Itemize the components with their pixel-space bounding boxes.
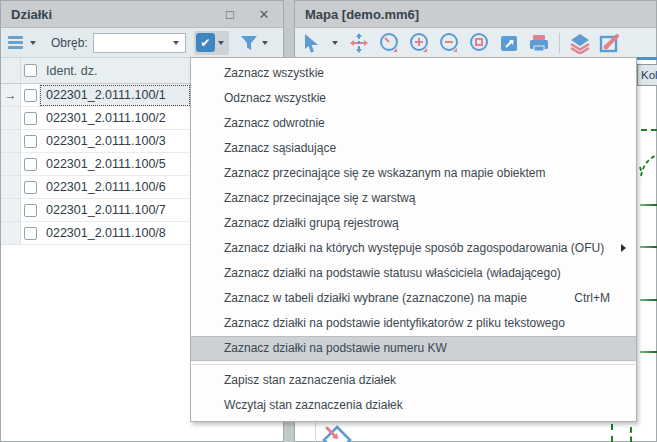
menu-item[interactable]: Zaznacz przecinające się z warstwą [191, 186, 636, 211]
menu-item[interactable]: Zaznacz przecinające się ze wskazanym na… [191, 161, 636, 186]
ident-column-header[interactable]: Ident. dz. [39, 58, 191, 84]
hamburger-dropdown-caret[interactable] [30, 41, 36, 45]
select-all-checkbox[interactable] [24, 64, 37, 77]
map-green-line [640, 204, 657, 206]
obreb-combobox[interactable] [93, 33, 186, 53]
row-checkbox-cell [21, 130, 39, 153]
row-selector-cell[interactable] [1, 176, 21, 199]
edit-icon[interactable] [598, 31, 622, 55]
parcel-id-cell[interactable]: 022301_2.0111.100/5 [39, 153, 191, 176]
close-panel-button[interactable]: ✕ [255, 5, 273, 23]
select-dropdown-caret[interactable] [218, 41, 224, 45]
menu-item[interactable]: Zaznacz działki na podstawie identyfikat… [191, 311, 636, 336]
parcels-toolbar: Obręb: ✔ [1, 28, 283, 58]
parcel-id-cell[interactable]: 022301_2.0111.100/1 [39, 84, 191, 107]
row-selector-cell[interactable] [1, 107, 21, 130]
select-tool-buttongroup: ✔ [194, 31, 229, 55]
row-checkbox[interactable] [24, 89, 37, 102]
zoom-circle-icon[interactable] [377, 31, 401, 55]
map-dashed-curve [638, 150, 657, 178]
select-checkmark-button[interactable]: ✔ [196, 33, 215, 52]
row-checkbox[interactable] [24, 158, 37, 171]
row-selector-header [1, 58, 21, 84]
zoom-in-icon[interactable] [407, 31, 431, 55]
map-green-line [640, 246, 657, 248]
row-checkbox-cell [21, 199, 39, 222]
row-selector-cell[interactable] [1, 130, 21, 153]
parcel-id-cell[interactable]: 022301_2.0111.100/3 [39, 130, 191, 153]
map-side-toolbar-separator [315, 423, 316, 442]
obreb-label: Obręb: [51, 36, 88, 50]
map-side-tool-icon[interactable] [320, 424, 354, 442]
menu-item[interactable]: Zaznacz działki na podstawie statusu wła… [191, 261, 636, 286]
select-cursor-icon[interactable] [299, 31, 323, 55]
select-all-cell [21, 58, 39, 84]
menu-item[interactable]: Zaznacz odwrotnie [191, 111, 636, 136]
menu-hamburger-icon[interactable] [8, 36, 23, 49]
toolbar-separator [559, 33, 560, 53]
menu-item[interactable]: Odznacz wszystkie [191, 86, 636, 111]
row-checkbox-cell [21, 222, 39, 245]
row-checkbox[interactable] [24, 227, 37, 240]
zoom-window-icon[interactable] [467, 31, 491, 55]
menu-item[interactable]: Zaznacz wszystkie [191, 61, 636, 86]
menu-item[interactable]: Zaznacz działki grupą rejestrową [191, 211, 636, 236]
row-checkbox[interactable] [24, 181, 37, 194]
menu-item[interactable]: Zaznacz w tabeli działki wybrane (zaznac… [191, 286, 636, 311]
row-checkbox-cell [21, 176, 39, 199]
row-checkbox-cell [21, 84, 39, 107]
menu-item[interactable]: Zaznacz sąsiadujące [191, 136, 636, 161]
print-icon[interactable] [527, 31, 551, 55]
map-green-line [640, 299, 657, 301]
menu-item-shortcut: Ctrl+M [574, 286, 610, 311]
application-window: Działki □ ✕ Obręb: ✔ [0, 0, 657, 442]
row-checkbox-cell [21, 153, 39, 176]
filter-dropdown-caret[interactable] [262, 41, 268, 45]
row-checkbox[interactable] [24, 135, 37, 148]
parcel-id-cell[interactable]: 022301_2.0111.100/2 [39, 107, 191, 130]
submenu-arrow-icon [621, 244, 626, 252]
parcel-id-cell[interactable]: 022301_2.0111.100/6 [39, 176, 191, 199]
parcel-selection-context-menu: Zaznacz wszystkieOdznacz wszystkieZaznac… [190, 57, 637, 422]
filter-funnel-icon[interactable] [239, 34, 259, 52]
pan-icon[interactable] [347, 31, 371, 55]
cursor-dropdown-caret[interactable] [332, 41, 338, 45]
map-dashed-line [641, 129, 657, 131]
map-toolbar [295, 28, 656, 59]
row-checkbox[interactable] [24, 204, 37, 217]
current-row-marker[interactable]: → [1, 84, 21, 107]
legend-column-header: Kole [637, 64, 657, 86]
zoom-out-icon[interactable] [437, 31, 461, 55]
float-window-button[interactable]: □ [221, 5, 239, 23]
map-dashed-vline [611, 424, 613, 442]
parcel-id-cell[interactable]: 022301_2.0111.100/8 [39, 222, 191, 245]
menu-item[interactable]: Wczytaj stan zaznaczenia działek [191, 393, 636, 418]
menu-item[interactable]: Zaznacz działki na których występuje spo… [191, 236, 636, 261]
map-window-title: Mapa [demo.mm6] [305, 7, 419, 22]
parcel-id-cell[interactable]: 022301_2.0111.100/7 [39, 199, 191, 222]
map-dashed-vline [630, 427, 632, 442]
parcels-panel-title: Działki [11, 7, 52, 22]
row-checkbox[interactable] [24, 112, 37, 125]
menu-item[interactable]: Zapisz stan zaznaczenia działek [191, 368, 636, 393]
obreb-combobox-caret[interactable] [173, 41, 179, 45]
map-titlebar: Mapa [demo.mm6] [295, 1, 656, 28]
row-selector-cell[interactable] [1, 153, 21, 176]
map-green-line [640, 351, 657, 353]
filter-buttongroup [239, 31, 271, 55]
layers-icon[interactable] [568, 31, 592, 55]
parcels-titlebar: Działki □ ✕ [1, 1, 283, 28]
row-checkbox-cell [21, 107, 39, 130]
menu-separator [192, 364, 635, 365]
full-extent-icon[interactable] [497, 31, 521, 55]
row-selector-cell[interactable] [1, 199, 21, 222]
menu-item[interactable]: Zaznacz działki na podstawie numeru KW [191, 336, 636, 361]
row-selector-cell[interactable] [1, 222, 21, 245]
